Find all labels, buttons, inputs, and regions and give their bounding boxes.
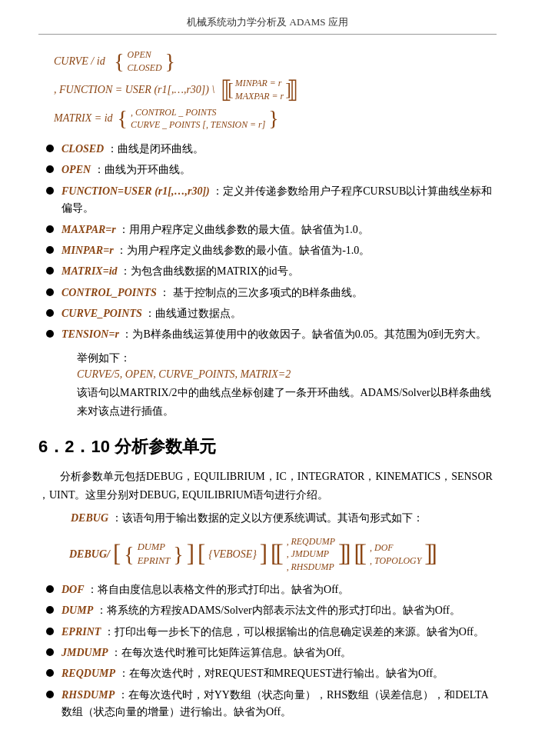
formula-row-1: CURVE / id { OPEN CLOSED }	[54, 48, 497, 74]
bullet-closed: CLOSED ：曲线是闭环曲线。	[46, 141, 497, 158]
bullet-dot-closed	[46, 145, 54, 152]
curve-id-label: CURVE / id	[54, 55, 105, 68]
control-points-label: , CONTROL _ POINTS	[131, 106, 265, 119]
bullet-function: FUNCTION=USER (r1[,…,r30]) ：定义并传递参数给用户子程…	[46, 183, 497, 218]
header-title: 机械系统动力学分析及 ADAMS 应用	[187, 16, 347, 28]
debug-brace-left: [	[113, 542, 121, 566]
debug-bullet-list: DOF ：将自由度信息以表格文件的形式打印出。缺省为Off。 DUMP ：将系统…	[46, 581, 497, 721]
debug-label: DEBUG/	[69, 548, 110, 561]
bullet-closed-text: CLOSED ：曲线是闭环曲线。	[61, 141, 204, 158]
keyword-matrix: MATRIX=id	[61, 265, 118, 277]
matrix-brace-right: }	[268, 108, 278, 129]
control-curve-stack: , CONTROL _ POINTS CURVE _ POINTS [, TEN…	[131, 106, 265, 132]
debug-formula-row: DEBUG/ [ { DUMP EPRINT } ] [ { VEBOSE } …	[69, 535, 497, 574]
minpar-label: MINPAR = r	[235, 77, 284, 90]
example-label: 举例如下：	[77, 351, 497, 365]
vebose-bracket-left: [	[198, 542, 205, 566]
dbl-bracket-inner-left: [	[228, 82, 233, 98]
keyword-jmdump: JMDUMP	[61, 647, 108, 658]
keyword-function: FUNCTION=USER (r1[,…,r30])	[61, 185, 210, 197]
bullet-curve-points-text: CURVE_POINTS ：曲线通过数据点。	[61, 305, 241, 322]
bullet-rhsdump: RHSDUMP ：在每次迭代时，对YY数组（状态向量），RHS数组（误差信息），…	[46, 687, 497, 721]
eprint-label: EPRINT	[138, 555, 171, 568]
bullet-function-text: FUNCTION=USER (r1[,…,r30]) ：定义并传递参数给用户子程…	[61, 183, 497, 218]
page-header: 机械系统动力学分析及 ADAMS 应用	[38, 15, 497, 35]
keyword-reqdump: REQDUMP	[61, 668, 115, 679]
bullet-dot-jmdump	[46, 648, 54, 656]
open-closed-stack: OPEN CLOSED	[128, 48, 162, 74]
reqdump-label: , REQDUMP	[287, 535, 335, 548]
bullet-dot-tension	[46, 330, 54, 338]
debug-intro: DEBUG ：该语句用于输出数据的定义以方便系统调试。其语句形式如下：	[38, 509, 497, 528]
bullet-reqdump: REQDUMP ：在每次迭代时，对REQUEST和MREQUEST进行输出。缺省…	[46, 665, 497, 682]
dbl-bracket-outer-right: ⟧	[287, 78, 298, 102]
curve-bullet-list: CLOSED ：曲线是闭环曲线。 OPEN ：曲线为开环曲线。 FUNCTION…	[46, 141, 497, 344]
example-block: 举例如下： CURVE/5, OPEN, CURVE_POINTS, MATRI…	[77, 351, 497, 421]
curve-formula-block: CURVE / id { OPEN CLOSED } , FUNCTION = …	[38, 48, 497, 132]
bullet-matrix: MATRIX=id ：为包含曲线数据的MATRIX的id号。	[46, 263, 497, 280]
bullet-tension: TENSION=r ：为B样条曲线运算使用中的收敛因子。缺省值为0.05。其范围…	[46, 326, 497, 343]
req-dbl-right2: ]	[343, 542, 351, 566]
dof-dbl-right2: ]	[430, 542, 437, 566]
dof-label: , DOF	[370, 541, 421, 555]
bullet-dot-matrix	[46, 267, 54, 275]
vebose-text: VEBOSE	[213, 548, 252, 561]
vebose-label-r: }	[252, 548, 257, 561]
matrix-line: MATRIX = id	[54, 112, 113, 125]
formula-row-3: MATRIX = id { , CONTROL _ POINTS CURVE _…	[54, 106, 497, 132]
bullet-minpar-text: MINPAR=r ：为用户程序定义曲线参数的最小值。缺省值为-1.0。	[61, 242, 370, 259]
bullet-open: OPEN ：曲线为开环曲线。	[46, 162, 497, 178]
bullet-matrix-text: MATRIX=id ：为包含曲线数据的MATRIX的id号。	[61, 263, 299, 280]
keyword-maxpar: MAXPAR=r	[61, 224, 116, 235]
vebose-bracket-right: ]	[260, 542, 268, 566]
open-brace-left: {	[114, 51, 124, 72]
bullet-dot-maxpar	[46, 225, 54, 233]
keyword-open: OPEN	[61, 164, 91, 175]
debug-intro-text: ：该语句用于输出数据的定义以方便系统调试。其语句形式如下：	[111, 512, 424, 524]
req-dbl-left2: [	[275, 542, 283, 566]
keyword-control-points: CONTROL_POINTS	[61, 287, 157, 298]
example-desc: 该语句以MARTRIX/2中的曲线点坐标创建了一条开环曲线。ADAMS/Solv…	[77, 384, 497, 421]
bullet-curve-points: CURVE_POINTS ：曲线通过数据点。	[46, 305, 497, 322]
bullet-dot-minpar	[46, 246, 54, 254]
dof-topo-stack: , DOF , TOPOLOGY	[370, 541, 421, 567]
keyword-curve-points: CURVE_POINTS	[61, 308, 142, 319]
keyword-dump: DUMP	[61, 604, 93, 616]
minmax-stack: MINPAR = r MAXPAR = r	[235, 77, 284, 102]
bullet-dump-text: DUMP ：将系统的方程按ADAMS/Solver内部表示法文件的形式打印出。缺…	[61, 602, 460, 619]
bullet-jmdump-text: JMDUMP ：在每次迭代时雅可比矩阵运算信息。缺省为Off。	[61, 644, 351, 661]
bullet-eprint-text: EPRINT ：打印出每一步长下的信息，可以根据输出的信息确定误差的来源。缺省为…	[61, 624, 484, 641]
bullet-reqdump-text: REQDUMP ：在每次迭代时，对REQUEST和MREQUEST进行输出。缺省…	[61, 665, 444, 682]
bullet-dot-function	[46, 187, 54, 195]
jmdump-label: , JMDUMP	[287, 548, 335, 561]
bullet-minpar: MINPAR=r ：为用户程序定义曲线参数的最小值。缺省值为-1.0。	[46, 242, 497, 259]
bullet-dot-open	[46, 165, 54, 173]
dump-eprint-stack: DUMP EPRINT	[138, 541, 171, 568]
open-label: OPEN	[128, 48, 162, 62]
debug-formula-block: DEBUG/ [ { DUMP EPRINT } ] [ { VEBOSE } …	[54, 535, 497, 574]
bullet-rhsdump-text: RHSDUMP ：在每次迭代时，对YY数组（状态向量），RHS数组（误差信息），…	[61, 687, 497, 721]
bullet-maxpar-text: MAXPAR=r ：用用户程序定义曲线参数的最大值。缺省值为1.0。	[61, 221, 369, 238]
dump-label: DUMP	[138, 541, 171, 555]
keyword-minpar: MINPAR=r	[61, 245, 114, 256]
function-line: , FUNCTION = USER (r1[,…,r30]) \	[54, 84, 214, 96]
bullet-jmdump: JMDUMP ：在每次迭代时雅可比矩阵运算信息。缺省为Off。	[46, 644, 497, 661]
rhsdump-label: , RHSDUMP	[287, 561, 335, 574]
keyword-tension: TENSION=r	[61, 328, 119, 340]
debug-keyword-intro: DEBUG	[71, 512, 108, 524]
bullet-dump: DUMP ：将系统的方程按ADAMS/Solver内部表示法文件的形式打印出。缺…	[46, 602, 497, 619]
bullet-dof: DOF ：将自由度信息以表格文件的形式打印出。缺省为Off。	[46, 581, 497, 598]
bullet-maxpar: MAXPAR=r ：用用户程序定义曲线参数的最大值。缺省值为1.0。	[46, 221, 497, 238]
bullet-dot-dof	[46, 585, 54, 593]
section-heading-610: 6．2．10 分析参数单元	[38, 435, 497, 458]
formula-row-2: , FUNCTION = USER (r1[,…,r30]) \ ⟦ [ MIN…	[54, 77, 497, 102]
debug-brace-right: }	[173, 544, 183, 565]
bullet-control-points: CONTROL_POINTS ： 基于控制点的三次多项式的B样条曲线。	[46, 285, 497, 301]
section-para1: 分析参数单元包括DEBUG，EQUILIBRIUM，IC，INTEGRATOR，…	[38, 468, 497, 505]
keyword-rhsdump: RHSDUMP	[61, 689, 115, 701]
maxpar-label: MAXPAR = r	[235, 90, 284, 103]
keyword-dof: DOF	[61, 584, 85, 595]
bullet-dot-eprint	[46, 628, 54, 635]
matrix-brace-left: {	[118, 108, 128, 129]
keyword-eprint: EPRINT	[61, 626, 101, 638]
